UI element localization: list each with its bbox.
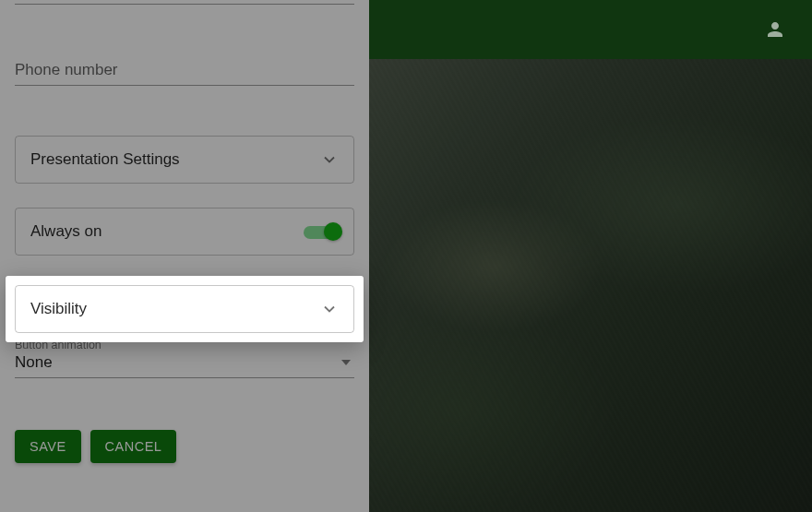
cancel-button[interactable]: CANCEL bbox=[90, 430, 177, 463]
background-dim-overlay bbox=[369, 0, 812, 512]
chevron-down-icon bbox=[320, 150, 339, 169]
top-bar bbox=[369, 0, 812, 59]
visibility-row[interactable]: Visibility bbox=[15, 285, 354, 333]
action-buttons: SAVE CANCEL bbox=[15, 430, 354, 463]
always-on-row: Always on bbox=[15, 208, 354, 256]
phone-number-label: Phone number bbox=[15, 61, 118, 79]
dropdown-icon bbox=[341, 360, 351, 365]
background-image bbox=[369, 0, 812, 512]
phone-number-field[interactable]: Phone number bbox=[15, 42, 354, 86]
settings-sidebar: Phone number Presentation Settings Alway… bbox=[0, 0, 369, 512]
button-animation-select[interactable]: Button animation None bbox=[15, 339, 354, 378]
presentation-settings-row[interactable]: Presentation Settings bbox=[15, 136, 354, 184]
top-bar-overlay bbox=[369, 0, 812, 59]
toggle-thumb bbox=[324, 222, 342, 241]
chevron-down-icon bbox=[320, 300, 339, 318]
person-icon[interactable] bbox=[764, 18, 786, 41]
field-divider-top bbox=[15, 0, 354, 5]
save-button[interactable]: SAVE bbox=[15, 430, 81, 463]
visibility-popover: Visibility bbox=[6, 276, 364, 342]
always-on-label: Always on bbox=[30, 222, 102, 241]
visibility-label: Visibility bbox=[30, 300, 87, 318]
button-animation-value: None bbox=[15, 353, 53, 372]
always-on-toggle[interactable] bbox=[304, 222, 339, 241]
presentation-settings-label: Presentation Settings bbox=[30, 150, 180, 169]
